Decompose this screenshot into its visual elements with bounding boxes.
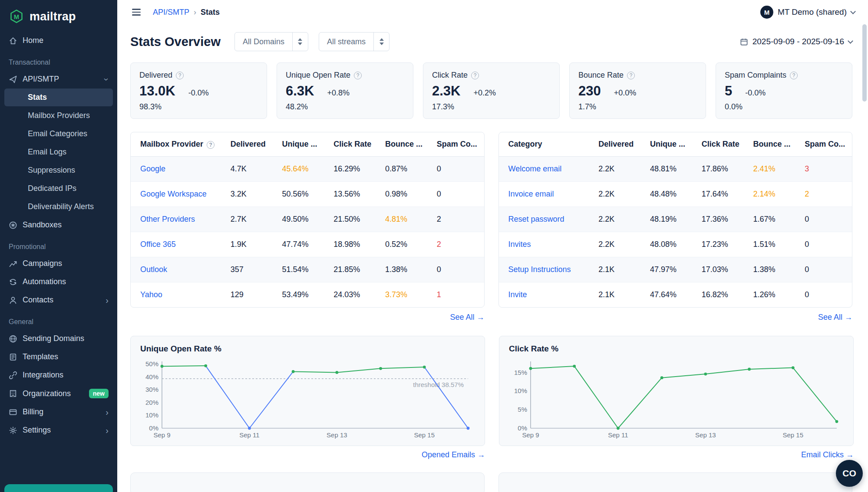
app-window: M mailtrap HomeTransactionalAPI/SMTP›Sta…	[0, 0, 868, 492]
stat-card-title-row: Delivered	[139, 71, 258, 80]
streams-filter-select[interactable]: All streams	[319, 32, 389, 51]
cell-value: 17.36%	[702, 215, 728, 223]
cell-value: 0	[805, 215, 809, 223]
sidebar-item-label: Billing	[23, 407, 100, 417]
cell-value: 0	[437, 265, 441, 274]
sidebar-subitem-email-categories[interactable]: Email Categories	[4, 125, 113, 143]
chevron-down-icon: ›	[103, 78, 112, 81]
domains-filter-select[interactable]: All Domains	[234, 32, 308, 51]
sidebar-subitem-stats[interactable]: Stats	[4, 89, 113, 106]
cell-value: 3	[805, 164, 809, 173]
templates-icon	[9, 353, 17, 361]
column-header-label: Spam Co...	[437, 140, 477, 148]
svg-text:0%: 0%	[518, 424, 527, 432]
row-link-invites[interactable]: Invites	[508, 240, 531, 249]
stat-card-value-row: 13.0K-0.0%	[139, 83, 258, 99]
table-header-row: Mailbox ProviderDeliveredUnique ...Click…	[131, 132, 484, 157]
sidebar-item-automations[interactable]: Automations	[4, 273, 113, 291]
stat-card-subvalue: 17.3%	[432, 102, 551, 112]
stat-card-delta: -0.0%	[188, 89, 209, 98]
sidebar-item-settings[interactable]: Settings›	[4, 421, 113, 439]
help-icon[interactable]	[790, 72, 798, 79]
home-icon	[9, 36, 17, 45]
sidebar-item-billing[interactable]: Billing›	[4, 403, 113, 421]
domains-filter-value: All Domains	[235, 37, 292, 46]
row-link-google[interactable]: Google	[140, 164, 165, 173]
sidebar-item-home[interactable]: Home	[4, 32, 113, 49]
account-menu[interactable]: M MT Demo (shared)	[760, 6, 855, 19]
sidebar-subitem-deliverability-alerts[interactable]: Deliverability Alerts	[4, 198, 113, 216]
sidebar-subitem-email-logs[interactable]: Email Logs	[4, 143, 113, 161]
scrollbar-thumb[interactable]	[862, 24, 867, 102]
help-icon[interactable]	[176, 72, 184, 79]
sidebar-item-campaigns[interactable]: Campaigns	[4, 255, 113, 272]
sidebar-item-sandboxes[interactable]: Sandboxes	[4, 216, 113, 234]
svg-text:30%: 30%	[145, 386, 158, 393]
sidebar-item-label: Sandboxes	[23, 220, 109, 230]
cell-value: 1.51%	[753, 240, 775, 249]
sidebar-bottom-card[interactable]	[4, 484, 113, 492]
table-row: Setup Instructions2.1K47.97%17.03%1.38%0	[499, 257, 852, 282]
column-header-label: Delivered	[231, 140, 266, 148]
cell-value: 0.52%	[385, 240, 407, 249]
brand-logo[interactable]: M mailtrap	[0, 0, 117, 31]
row-link-invite[interactable]: Invite	[508, 290, 527, 299]
stepper-arrows-icon[interactable]	[292, 33, 308, 51]
row-link-setup-instructions[interactable]: Setup Instructions	[508, 265, 571, 274]
chart-link-opened-emails[interactable]: Opened Emails →	[422, 450, 485, 459]
sidebar-item-templates[interactable]: Templates	[4, 348, 113, 366]
cell-value: 4.7K	[231, 164, 247, 173]
chart-link-email-clicks[interactable]: Email Clicks →	[801, 450, 854, 459]
row-link-google-workspace[interactable]: Google Workspace	[140, 190, 207, 198]
send-icon	[9, 75, 17, 84]
sidebar: M mailtrap HomeTransactionalAPI/SMTP›Sta…	[0, 0, 117, 492]
row-link-reset-password[interactable]: Reset password	[508, 215, 564, 223]
tables-row: Mailbox ProviderDeliveredUnique ...Click…	[130, 132, 852, 322]
svg-text:Sep 9: Sep 9	[522, 431, 539, 439]
see-all-link[interactable]: See All →	[818, 313, 852, 321]
column-header-label: Click Rate	[333, 140, 371, 148]
row-link-outlook[interactable]: Outlook	[140, 265, 167, 274]
stat-card-value: 6.3K	[286, 83, 314, 99]
column-header-delivered: Delivered	[226, 132, 278, 157]
cell-value: 47.64%	[650, 290, 677, 299]
cell-value: 17.86%	[702, 164, 728, 173]
row-link-invoice-email[interactable]: Invoice email	[508, 190, 554, 198]
svg-text:M: M	[14, 13, 19, 20]
help-icon[interactable]	[207, 141, 215, 149]
sidebar-item-contacts[interactable]: Contacts›	[4, 291, 113, 309]
breadcrumb-link-api-smtp[interactable]: API/SMTP	[153, 8, 189, 17]
svg-text:Sep 13: Sep 13	[327, 431, 347, 439]
sidebar-subitem-mailbox-providers[interactable]: Mailbox Providers	[4, 107, 113, 125]
date-range-picker[interactable]: 2025-09-09 - 2025-09-16	[740, 37, 852, 46]
help-icon[interactable]	[354, 72, 362, 79]
cell-value: 17.64%	[702, 190, 728, 198]
stat-card-label: Click Rate	[432, 71, 468, 80]
column-header-bounce: Bounce ...	[749, 132, 800, 157]
sidebar-subitem-suppressions[interactable]: Suppressions	[4, 161, 113, 179]
sidebar-item-api-smtp[interactable]: API/SMTP›	[4, 70, 113, 88]
help-icon[interactable]	[627, 72, 635, 79]
table-row: Other Providers2.7K49.50%21.50%4.81%2	[131, 207, 484, 232]
row-link-welcome-email[interactable]: Welcome email	[508, 164, 562, 173]
row-link-yahoo[interactable]: Yahoo	[140, 290, 162, 299]
stat-card-delta: -0.0%	[745, 89, 766, 98]
cell-value: 0.87%	[385, 164, 407, 173]
chevron-down-icon	[848, 38, 853, 44]
cell-value: 21.50%	[333, 215, 360, 223]
cell-value: 0	[805, 240, 809, 249]
sidebar-subitem-dedicated-ips[interactable]: Dedicated IPs	[4, 180, 113, 197]
sidebar-item-sending-domains[interactable]: Sending Domains	[4, 330, 113, 348]
cell-value: 1.38%	[385, 265, 407, 274]
row-link-office-365[interactable]: Office 365	[140, 240, 176, 249]
stepper-arrows-icon[interactable]	[373, 33, 389, 51]
stat-card-value: 230	[578, 83, 601, 99]
chat-launcher-button[interactable]: CO	[836, 460, 863, 487]
sidebar-item-organizations[interactable]: Organizationsnew	[4, 384, 113, 403]
help-icon[interactable]	[471, 72, 479, 79]
cell-value: 2.2K	[598, 190, 614, 198]
see-all-link[interactable]: See All →	[450, 313, 484, 321]
menu-icon[interactable]	[130, 7, 142, 17]
row-link-other-providers[interactable]: Other Providers	[140, 215, 195, 223]
sidebar-item-integrations[interactable]: Integrations	[4, 366, 113, 384]
